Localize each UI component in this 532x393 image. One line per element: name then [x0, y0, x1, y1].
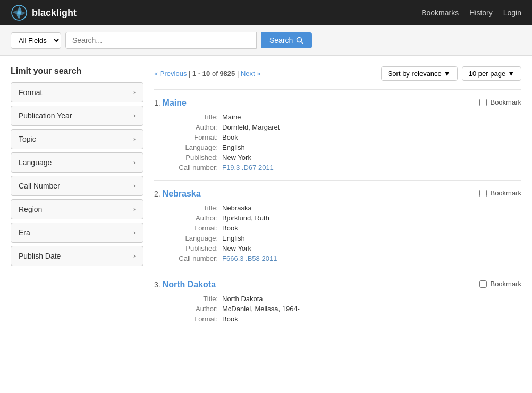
next-page-link[interactable]: Next »: [241, 70, 261, 78]
result-item: 3. North DakotaBookmarkTitle:North Dakot…: [154, 271, 521, 331]
result-item: 2. NebraskaBookmarkTitle:NebraskaAuthor:…: [154, 180, 521, 271]
field-value: F666.3 .B58 2011: [222, 254, 521, 262]
result-header: 3. North DakotaBookmark: [154, 280, 521, 289]
result-number: 2.: [154, 190, 163, 198]
result-title-link[interactable]: Maine: [163, 98, 187, 107]
result-title-area: 1. Maine: [154, 98, 187, 108]
facet-call-number[interactable]: Call Number ›: [11, 176, 143, 196]
sort-button[interactable]: Sort by relevance ▼: [381, 66, 458, 81]
search-input[interactable]: [65, 32, 257, 49]
field-value: Dornfeld, Margaret: [222, 123, 521, 131]
per-page-button[interactable]: 10 per page ▼: [462, 66, 521, 81]
field-label: Title:: [154, 204, 218, 212]
chevron-right-icon: ›: [133, 252, 136, 260]
pagination-info: « Previous | 1 - 10 of 9825 | Next »: [154, 70, 261, 78]
pagination-of: of: [212, 70, 219, 78]
bookmark-checkbox[interactable]: [479, 280, 487, 288]
svg-line-3: [301, 42, 303, 44]
field-value: Book: [222, 133, 521, 141]
pagination-separator: |: [189, 70, 192, 78]
field-label: Published:: [154, 244, 218, 252]
facet-publication-year[interactable]: Publication Year ›: [11, 106, 143, 126]
result-fields: Title:MaineAuthor:Dornfeld, MargaretForm…: [154, 113, 521, 172]
field-value: McDaniel, Melissa, 1964-: [222, 305, 521, 313]
field-value: Book: [222, 224, 521, 232]
facet-region[interactable]: Region ›: [11, 199, 143, 219]
sort-label: Sort by relevance: [388, 70, 442, 78]
facet-language-label: Language: [19, 158, 52, 167]
chevron-right-icon: ›: [133, 112, 136, 119]
result-items: 1. MaineBookmarkTitle:MaineAuthor:Dornfe…: [154, 89, 521, 331]
field-value: Nebraska: [222, 204, 521, 212]
field-select[interactable]: All Fields Title Author Subject: [11, 32, 61, 49]
field-label: Published:: [154, 153, 218, 161]
field-label: Call number:: [154, 254, 218, 262]
bookmark-section: Bookmark: [479, 98, 521, 106]
search-button[interactable]: Search: [261, 32, 312, 48]
bookmark-label: Bookmark: [490, 280, 521, 288]
chevron-right-icon: ›: [133, 206, 136, 213]
sort-chevron-icon: ▼: [444, 70, 451, 78]
chevron-right-icon: ›: [133, 159, 136, 166]
field-value: English: [222, 234, 521, 242]
bookmark-section: Bookmark: [479, 280, 521, 288]
bookmark-section: Bookmark: [479, 189, 521, 197]
facet-list: Format › Publication Year › Topic › Lang…: [11, 82, 143, 266]
pagination-total: 9825: [219, 70, 235, 78]
search-bar: All Fields Title Author Subject Search: [0, 25, 532, 56]
field-value: Maine: [222, 113, 521, 121]
result-item: 1. MaineBookmarkTitle:MaineAuthor:Dornfe…: [154, 89, 521, 180]
field-label: Title:: [154, 295, 218, 303]
results-controls: « Previous | 1 - 10 of 9825 | Next » Sor…: [154, 66, 521, 81]
bookmark-label: Bookmark: [490, 98, 521, 106]
field-label: Language:: [154, 234, 218, 242]
result-title-link[interactable]: North Dakota: [163, 280, 216, 289]
field-label: Author:: [154, 305, 218, 313]
result-title-link[interactable]: Nebraska: [163, 189, 201, 198]
sidebar-title: Limit your search: [11, 66, 143, 76]
field-label: Author:: [154, 214, 218, 222]
sort-per-page-controls: Sort by relevance ▼ 10 per page ▼: [381, 66, 521, 81]
login-link[interactable]: Login: [503, 8, 521, 17]
result-title-area: 3. North Dakota: [154, 280, 216, 289]
facet-publish-date-label: Publish Date: [19, 252, 61, 260]
chevron-right-icon: ›: [133, 135, 136, 143]
app-title: blacklight: [32, 7, 77, 19]
previous-page-link[interactable]: « Previous: [154, 70, 187, 78]
pagination-separator2: |: [237, 70, 241, 78]
facet-topic-label: Topic: [19, 135, 36, 143]
field-value: Bjorklund, Ruth: [222, 214, 521, 222]
logo-icon: [11, 4, 28, 21]
bookmark-checkbox[interactable]: [479, 99, 487, 106]
header-nav: Bookmarks History Login: [421, 8, 521, 17]
facet-era[interactable]: Era ›: [11, 223, 143, 243]
field-label: Format:: [154, 133, 218, 141]
result-number: 3.: [154, 280, 163, 289]
facet-format[interactable]: Format ›: [11, 82, 143, 102]
chevron-right-icon: ›: [133, 229, 136, 236]
chevron-right-icon: ›: [133, 89, 136, 96]
field-value: New York: [222, 153, 521, 161]
header: blacklight Bookmarks History Login: [0, 0, 532, 25]
results-panel: « Previous | 1 - 10 of 9825 | Next » Sor…: [154, 66, 521, 331]
facet-call-number-label: Call Number: [19, 182, 60, 190]
svg-point-1: [18, 11, 21, 14]
facet-publication-year-label: Publication Year: [19, 112, 72, 120]
result-header: 1. MaineBookmark: [154, 98, 521, 108]
facet-publish-date[interactable]: Publish Date ›: [11, 246, 143, 266]
facet-language[interactable]: Language ›: [11, 152, 143, 173]
history-link[interactable]: History: [469, 8, 493, 17]
field-label: Author:: [154, 123, 218, 131]
field-label: Format:: [154, 315, 218, 323]
brand: blacklight: [11, 4, 77, 21]
search-button-label: Search: [269, 36, 293, 45]
per-page-label: 10 per page: [469, 70, 505, 78]
field-value: English: [222, 143, 521, 151]
result-title-area: 2. Nebraska: [154, 189, 201, 199]
result-number: 1.: [154, 99, 163, 107]
facet-era-label: Era: [19, 228, 30, 237]
facet-region-label: Region: [19, 205, 42, 213]
bookmark-checkbox[interactable]: [479, 190, 487, 197]
bookmarks-link[interactable]: Bookmarks: [421, 8, 459, 17]
facet-topic[interactable]: Topic ›: [11, 129, 143, 149]
